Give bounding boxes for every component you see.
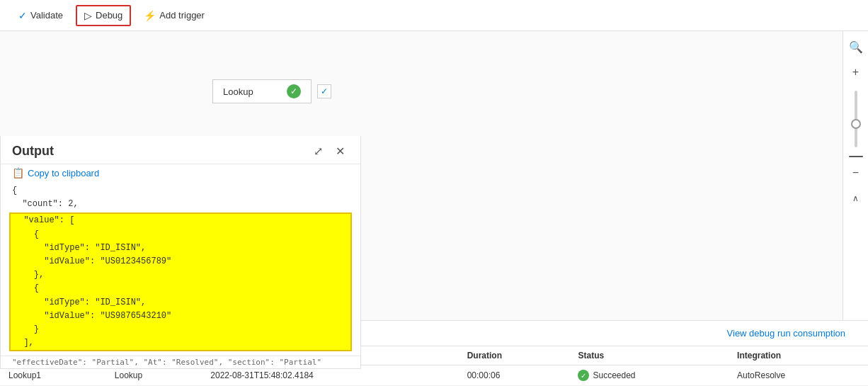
debug-button[interactable]: ▷ Debug bbox=[76, 5, 131, 26]
debug-play-icon: ▷ bbox=[84, 10, 92, 21]
status-label: Succeeded bbox=[593, 370, 635, 380]
validate-icon: ✓ bbox=[18, 10, 27, 21]
close-button[interactable]: ✕ bbox=[331, 143, 349, 159]
row-duration: 00:00:06 bbox=[459, 365, 570, 386]
col-duration: Duration bbox=[459, 346, 570, 365]
copy-label: Copy to clipboard bbox=[28, 168, 99, 178]
debug-run-consumption-link[interactable]: View debug run consumption bbox=[727, 328, 857, 339]
row-status: ✓ Succeeded bbox=[569, 365, 729, 386]
add-trigger-button[interactable]: ⚡ Add trigger bbox=[137, 6, 212, 25]
zoom-slider[interactable] bbox=[855, 91, 857, 147]
chevron-up-icon: ∧ bbox=[852, 193, 859, 203]
plus-icon: + bbox=[852, 66, 859, 79]
add-trigger-label: Add trigger bbox=[159, 10, 205, 21]
zoom-out-button[interactable]: − bbox=[846, 163, 866, 183]
lookup-success-icon: ✓ bbox=[287, 84, 301, 98]
validate-label: Validate bbox=[30, 10, 63, 21]
zoom-in-button[interactable]: + bbox=[846, 62, 866, 82]
output-title: Output bbox=[12, 144, 54, 159]
col-integration: Integration bbox=[729, 346, 868, 365]
search-button[interactable]: 🔍 bbox=[846, 37, 866, 57]
toolbar: ✓ Validate ▷ Debug ⚡ Add trigger bbox=[0, 0, 868, 31]
lightning-icon: ⚡ bbox=[144, 10, 156, 21]
truncated-line: "effectiveDate": "Partial", "At": "Resol… bbox=[1, 356, 360, 368]
output-header: Output ⤢ ✕ bbox=[1, 136, 360, 164]
status-check-icon: ✓ bbox=[578, 370, 589, 381]
output-panel: Output ⤢ ✕ 📋 Copy to clipboard { "count"… bbox=[0, 136, 361, 369]
lookup-node[interactable]: Lookup ✓ ✓ bbox=[212, 79, 331, 103]
debug-label: Debug bbox=[96, 10, 122, 21]
minus-icon: − bbox=[852, 166, 859, 179]
clipboard-icon: 📋 bbox=[12, 167, 24, 178]
zoom-slider-container bbox=[855, 88, 857, 150]
copy-to-clipboard-button[interactable]: 📋 Copy to clipboard bbox=[1, 164, 105, 181]
lookup-selected-check: ✓ bbox=[317, 84, 331, 98]
json-content: { "count": 2, "value": [ { "idType": "ID… bbox=[1, 181, 360, 356]
json-line-count: "count": 2, bbox=[12, 198, 349, 211]
divider bbox=[849, 156, 863, 157]
collapse-button[interactable]: ∧ bbox=[846, 188, 866, 208]
json-highlight-block: "value": [ { "idType": "ID_ISIN", "idVal… bbox=[9, 212, 352, 351]
output-actions: ⤢ ✕ bbox=[309, 143, 349, 159]
row-integration: AutoResolve bbox=[729, 365, 868, 386]
lookup-label: Lookup bbox=[223, 86, 253, 97]
expand-button[interactable]: ⤢ bbox=[309, 143, 327, 159]
validate-button[interactable]: ✓ Validate bbox=[11, 6, 70, 25]
json-line-open: { bbox=[12, 184, 349, 198]
zoom-thumb[interactable] bbox=[851, 119, 861, 129]
col-status: Status bbox=[569, 346, 729, 365]
status-badge: ✓ Succeeded bbox=[578, 370, 720, 381]
lookup-box[interactable]: Lookup ✓ bbox=[212, 79, 312, 103]
